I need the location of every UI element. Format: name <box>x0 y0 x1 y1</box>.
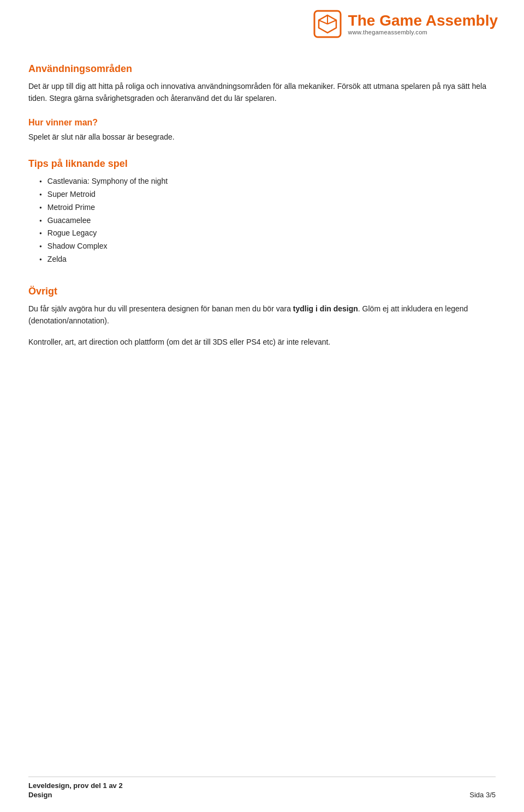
ovrigt-bold-text: tydlig i din design <box>293 304 358 313</box>
list-item: Shadow Complex <box>39 240 496 253</box>
tips-list: Castlevania: Symphony of the night Super… <box>28 175 496 266</box>
hur-vinner-man-heading: Hur vinner man? <box>28 118 496 128</box>
footer-design-label: Design <box>28 791 52 799</box>
logo-area: The Game Assembly www.thegameassembly.co… <box>313 10 498 38</box>
header: The Game Assembly www.thegameassembly.co… <box>0 0 524 44</box>
footer-page-number: Sida 3/5 <box>469 791 496 799</box>
hur-vinner-man-paragraph: Spelet är slut när alla bossar är besegr… <box>28 131 496 143</box>
ovrigt-paragraph1: Du får själv avgöra hur du vill presente… <box>28 303 496 327</box>
list-item: Zelda <box>39 253 496 266</box>
svg-line-3 <box>327 20 336 24</box>
logo-title: The Game Assembly <box>348 13 498 29</box>
ovrigt-text-before-bold: Du får själv avgöra hur du vill presente… <box>28 304 293 313</box>
list-item: Guacamelee <box>39 214 496 227</box>
list-item: Metroid Prime <box>39 201 496 214</box>
logo-text-block: The Game Assembly www.thegameassembly.co… <box>348 13 498 36</box>
footer-line2: Design Sida 3/5 <box>28 791 496 799</box>
footer-line1: Leveldesign, prov del 1 av 2 <box>28 781 496 790</box>
footer-line1-text: Leveldesign, prov del 1 av 2 <box>28 781 123 790</box>
ovrigt-paragraph2: Kontroller, art, art direction och platt… <box>28 336 496 348</box>
ovrigt-heading: Övrigt <box>28 286 496 297</box>
footer: Leveldesign, prov del 1 av 2 Design Sida… <box>28 777 496 799</box>
svg-line-4 <box>319 20 327 24</box>
logo-icon <box>313 10 342 38</box>
list-item: Rogue Legacy <box>39 227 496 240</box>
page-container: The Game Assembly www.thegameassembly.co… <box>0 0 524 812</box>
footer-divider <box>28 777 496 777</box>
list-item: Castlevania: Symphony of the night <box>39 175 496 188</box>
main-content: Användningsområden Det är upp till dig a… <box>0 44 524 396</box>
list-item: Super Metroid <box>39 188 496 201</box>
logo-subtitle: www.thegameassembly.com <box>348 29 427 35</box>
tips-heading: Tips på liknande spel <box>28 158 496 170</box>
anvandningsomraden-paragraph: Det är upp till dig att hitta på roliga … <box>28 80 496 105</box>
anvandningsomraden-heading: Användningsområden <box>28 63 496 75</box>
